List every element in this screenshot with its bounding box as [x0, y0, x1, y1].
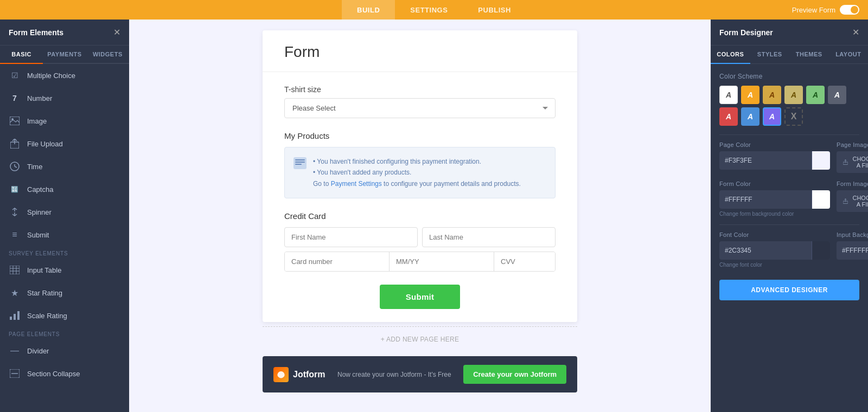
cvv-input[interactable] — [494, 252, 556, 271]
jotform-tagline: Now create your own Jotform - It's Free — [337, 371, 451, 378]
form-body: T-shirt size Please Select My Products •… — [263, 72, 577, 322]
jotform-cta-button[interactable]: Create your own Jotform — [463, 365, 566, 384]
color-swatches: A A A A A A A A A X — [719, 86, 859, 126]
preview-form-label: Preview Form — [792, 6, 835, 14]
submit-button[interactable]: Submit — [380, 285, 461, 309]
jotform-logo: Jotform — [273, 367, 326, 382]
sidebar-item-spinner[interactable]: Spinner — [0, 201, 129, 223]
sidebar-tab-widgets[interactable]: WIDGETS — [86, 46, 129, 63]
survey-section-label: SURVEY ELEMENTS — [0, 246, 129, 259]
card-number-input[interactable] — [285, 252, 390, 271]
svg-rect-24 — [843, 201, 848, 203]
form-title: Form — [284, 43, 556, 61]
page-image-label: Page Image — [837, 141, 868, 148]
form-color-row: Form Color Change form background color … — [719, 181, 859, 217]
font-color-input-wrap — [719, 241, 830, 260]
input-table-label: Input Table — [27, 266, 61, 274]
credit-card-field: Credit Card — [284, 211, 556, 272]
page-color-input[interactable] — [719, 157, 812, 164]
nav-tab-settings[interactable]: SETTINGS — [395, 0, 463, 20]
sidebar-tab-basic[interactable]: BASIC — [0, 46, 43, 64]
page-image-choose-btn[interactable]: CHOOSE A FILE — [837, 151, 868, 173]
swatch-warm[interactable]: A — [763, 86, 781, 104]
form-color-input[interactable] — [719, 196, 812, 203]
sidebar-close-icon[interactable]: ✕ — [113, 27, 120, 37]
form-color-swatch[interactable] — [812, 190, 830, 209]
form-image-choose-btn[interactable]: CHOOSE A FILE — [837, 190, 868, 212]
font-color-swatch[interactable] — [812, 241, 830, 260]
section-divider-2 — [719, 224, 859, 225]
font-color-hint: Change font color — [719, 262, 830, 268]
sidebar-item-multiple-choice[interactable]: ☑ Multiple Choice — [0, 64, 129, 87]
sidebar-item-captcha[interactable]: 🔣 Captcha — [0, 178, 129, 201]
svg-line-5 — [15, 166, 17, 168]
spinner-label: Spinner — [27, 208, 52, 216]
sidebar-item-scale-rating[interactable]: Scale Rating — [0, 304, 129, 327]
nav-tabs: BUILD SETTINGS PUBLISH — [342, 0, 526, 20]
upload-icon-2 — [843, 197, 848, 205]
mmyy-input[interactable] — [390, 252, 494, 271]
swatch-orange[interactable]: A — [741, 86, 760, 104]
first-name-input[interactable] — [284, 227, 418, 247]
swatch-blue[interactable]: A — [741, 107, 760, 126]
svg-rect-13 — [10, 317, 12, 320]
font-color-input[interactable] — [719, 247, 812, 254]
sidebar-tabs: BASIC PAYMENTS WIDGETS — [0, 46, 129, 64]
swatch-purple[interactable]: A — [763, 107, 781, 126]
image-label: Image — [27, 117, 47, 125]
svg-rect-21 — [295, 164, 302, 165]
swatch-white[interactable]: A — [719, 86, 738, 104]
right-panel-close-icon[interactable]: ✕ — [852, 27, 859, 37]
sidebar-item-image[interactable]: Image — [0, 110, 129, 132]
advanced-designer-button[interactable]: ADVANCED DESIGNER — [719, 280, 859, 300]
last-name-input[interactable] — [422, 227, 556, 247]
card-name-row — [284, 227, 556, 247]
multiple-choice-label: Multiple Choice — [27, 72, 75, 80]
captcha-label: Captcha — [27, 185, 53, 194]
svg-rect-8 — [10, 266, 20, 274]
star-rating-icon: ★ — [9, 287, 21, 299]
image-icon — [9, 115, 21, 127]
sidebar-item-section-collapse[interactable]: Section Collapse — [0, 362, 129, 385]
page-color-swatch[interactable] — [812, 151, 830, 170]
captcha-icon: 🔣 — [9, 183, 21, 195]
scale-rating-label: Scale Rating — [27, 312, 67, 320]
swatch-red[interactable]: A — [719, 107, 738, 126]
sidebar-item-input-table[interactable]: Input Table — [0, 259, 129, 281]
sidebar-item-time[interactable]: Time — [0, 155, 129, 178]
sidebar-item-star-rating[interactable]: ★ Star Rating — [0, 281, 129, 304]
sidebar-item-submit[interactable]: ≡ Submit — [0, 223, 129, 246]
sidebar-item-file-upload[interactable]: File Upload — [0, 132, 129, 155]
number-icon: 7 — [9, 92, 21, 104]
swatch-remove[interactable]: X — [784, 107, 803, 126]
right-panel-title: Form Designer — [719, 28, 773, 37]
right-panel-header: Form Designer ✕ — [711, 20, 868, 46]
sidebar-item-divider[interactable]: — Divider — [0, 339, 129, 362]
svg-rect-22 — [843, 162, 848, 164]
input-table-icon — [9, 264, 21, 276]
tshirt-size-select[interactable]: Please Select — [284, 98, 556, 118]
preview-toggle[interactable] — [840, 5, 859, 15]
payment-settings-link[interactable]: Payment Settings — [331, 180, 382, 188]
font-color-field: Font Color Change font color — [719, 231, 830, 268]
swatch-tan[interactable]: A — [784, 86, 803, 104]
nav-tab-build[interactable]: BUILD — [342, 0, 395, 20]
sidebar-tab-payments[interactable]: PAYMENTS — [43, 46, 86, 63]
right-panel-tabs: COLORS STYLES THEMES LAYOUT — [711, 46, 868, 64]
right-panel-tab-styles[interactable]: STYLES — [750, 46, 790, 63]
add-page-area[interactable]: + ADD NEW PAGE HERE — [263, 326, 577, 352]
tshirt-size-field: T-shirt size Please Select — [284, 85, 556, 118]
right-panel-tab-layout[interactable]: LAYOUT — [829, 46, 869, 63]
swatch-dark[interactable]: A — [828, 86, 846, 104]
right-panel-tab-themes[interactable]: THEMES — [789, 46, 829, 63]
page-section-label: PAGE ELEMENTS — [0, 327, 129, 339]
right-panel-tab-colors[interactable]: COLORS — [711, 46, 750, 64]
nav-tab-publish[interactable]: PUBLISH — [463, 0, 526, 20]
input-bg-input[interactable] — [837, 247, 868, 254]
swatch-green[interactable]: A — [806, 86, 825, 104]
sidebar-item-number[interactable]: 7 Number — [0, 87, 129, 110]
submit-label: Submit — [27, 231, 49, 239]
jotform-logo-text: Jotform — [293, 370, 326, 379]
my-products-label: My Products — [284, 131, 556, 140]
payment-notice: • You haven't finished configuring this … — [284, 147, 556, 198]
